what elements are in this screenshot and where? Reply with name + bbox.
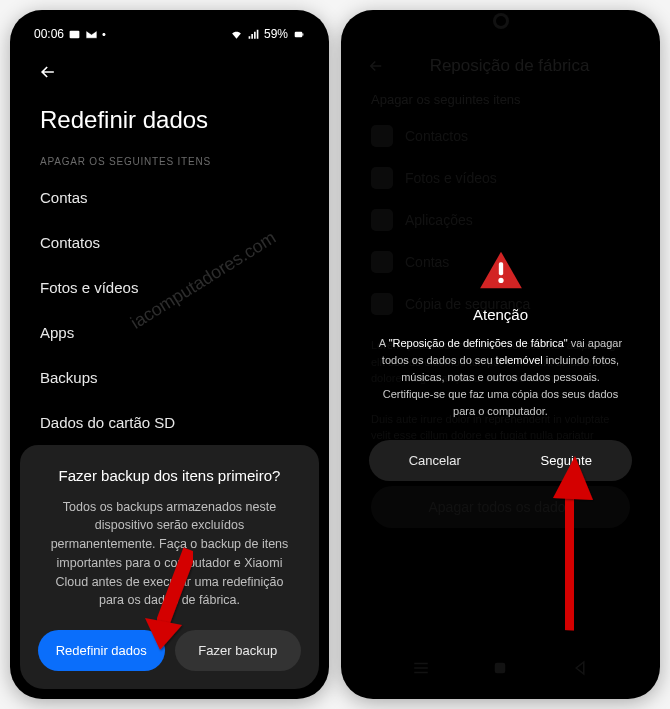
list-item[interactable]: Dados do cartão SD <box>20 400 319 445</box>
cancel-button[interactable]: Cancelar <box>369 440 501 481</box>
reset-data-button[interactable]: Redefinir dados <box>38 630 165 671</box>
mail-icon <box>85 28 98 41</box>
wifi-icon <box>230 28 243 41</box>
signal-icon <box>247 28 260 41</box>
section-header: APAGAR OS SEGUINTES ITENS <box>20 148 319 175</box>
sheet-title: Fazer backup dos itens primeiro? <box>38 467 301 484</box>
dialog-text: A <box>379 337 389 349</box>
phone-right: Reposição de fábrica Apagar os seguintes… <box>341 10 660 699</box>
warning-dialog: Atenção A "Reposição de definições de fá… <box>369 250 632 481</box>
battery-icon <box>292 28 305 41</box>
more-notif-icon: • <box>102 28 106 40</box>
svg-rect-2 <box>302 33 303 35</box>
backup-button[interactable]: Fazer backup <box>175 630 302 671</box>
warning-icon <box>478 250 524 290</box>
dialog-body: A "Reposição de definições de fábrica" v… <box>369 335 632 420</box>
screen-left: 00:06 • 59% <box>20 20 319 689</box>
list-item[interactable]: Backups <box>20 355 319 400</box>
svg-rect-0 <box>70 30 80 38</box>
back-button[interactable] <box>20 48 319 102</box>
status-time: 00:06 <box>34 27 64 41</box>
status-battery: 59% <box>264 27 288 41</box>
svg-rect-4 <box>498 262 502 275</box>
phone-left: 00:06 • 59% <box>10 10 329 699</box>
screen-right: Reposição de fábrica Apagar os seguintes… <box>351 20 650 689</box>
list-item[interactable]: Apps <box>20 310 319 355</box>
dialog-button-row: Cancelar Seguinte <box>369 440 632 481</box>
list-item[interactable]: Contas <box>20 175 319 220</box>
list-item[interactable]: Contatos <box>20 220 319 265</box>
dialog-title: Atenção <box>369 306 632 323</box>
statusbar: 00:06 • 59% <box>20 20 319 48</box>
next-button[interactable]: Seguinte <box>501 440 633 481</box>
dialog-text-bold: "Reposição de definições de fábrica" <box>389 337 568 349</box>
camera-notch <box>496 16 506 26</box>
page-title: Redefinir dados <box>20 102 319 148</box>
list-item[interactable]: Fotos e vídeos <box>20 265 319 310</box>
gallery-icon <box>68 28 81 41</box>
svg-point-5 <box>498 278 503 283</box>
svg-rect-1 <box>295 31 303 36</box>
sheet-body: Todos os backups armazenados neste dispo… <box>38 498 301 611</box>
bottom-sheet: Fazer backup dos itens primeiro? Todos o… <box>20 445 319 690</box>
dialog-text-bold: telemóvel <box>496 354 543 366</box>
